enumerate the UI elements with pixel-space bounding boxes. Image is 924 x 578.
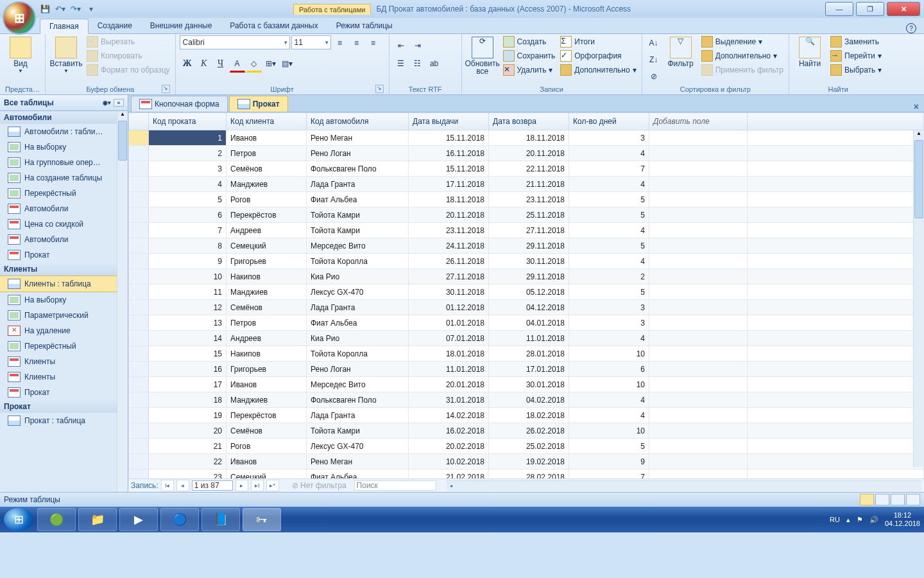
- table-row[interactable]: 5РоговФиат Альбеа18.11.201823.11.20185: [129, 192, 924, 207]
- cell-date[interactable]: 20.02.2018: [409, 439, 489, 454]
- nav-item[interactable]: На выборку: [0, 139, 128, 155]
- nav-item[interactable]: Перекрёстный: [0, 338, 128, 354]
- cell-date[interactable]: 26.02.2018: [489, 423, 569, 439]
- cell-days[interactable]: 4: [569, 331, 649, 346]
- cell-date[interactable]: 30.01.2018: [489, 377, 569, 392]
- cell-car[interactable]: Киа Рио: [307, 269, 409, 285]
- numbering-icon[interactable]: ☷: [410, 56, 425, 71]
- cell-car[interactable]: Лада Гранта: [307, 408, 409, 423]
- table-row[interactable]: 11МанджиевЛексус GX-47030.11.201805.12.2…: [129, 285, 924, 300]
- cell-car[interactable]: Тойота Королла: [307, 346, 409, 362]
- task-word[interactable]: 📘: [201, 508, 240, 531]
- filter-button[interactable]: ▽Фильтр: [664, 35, 697, 69]
- font-size-combo[interactable]: 11: [291, 35, 331, 49]
- nav-item[interactable]: На групповые опер…: [0, 155, 128, 170]
- cell-date[interactable]: 01.01.2018: [409, 315, 489, 331]
- clipboard-dialog-launcher[interactable]: ↘: [162, 85, 170, 93]
- tray-lang[interactable]: RU: [830, 516, 840, 523]
- cell-id[interactable]: 5: [149, 192, 227, 207]
- row-selector[interactable]: [129, 346, 149, 362]
- column-header[interactable]: Код клиента: [227, 113, 307, 130]
- align-right-icon[interactable]: ≡: [366, 35, 381, 51]
- task-torrent[interactable]: 🟢: [37, 508, 76, 531]
- cell-client[interactable]: Семёнов: [227, 300, 307, 315]
- table-row[interactable]: 18МанджиевФольксваген Поло31.01.201804.0…: [129, 392, 924, 408]
- cell-car[interactable]: Тойота Камри: [307, 207, 409, 223]
- table-row[interactable]: 19ПерекрёстовЛада Гранта14.02.201818.02.…: [129, 408, 924, 423]
- row-selector[interactable]: [129, 285, 149, 300]
- cell-id[interactable]: 9: [149, 254, 227, 269]
- cell-date[interactable]: 21.11.2018: [489, 177, 569, 192]
- task-media[interactable]: ▶: [119, 508, 158, 531]
- nav-item[interactable]: На удаление: [0, 323, 128, 338]
- totals-button[interactable]: ΣИтоги: [559, 35, 637, 48]
- cell-days[interactable]: 3: [569, 300, 649, 315]
- cell-date[interactable]: 28.02.2018: [489, 469, 569, 479]
- cell-date[interactable]: 17.11.2018: [409, 177, 489, 192]
- cell-date[interactable]: 31.01.2018: [409, 392, 489, 408]
- cell-client[interactable]: Григорьев: [227, 362, 307, 377]
- cell-days[interactable]: 6: [569, 362, 649, 377]
- cell-client[interactable]: Перекрёстов: [227, 408, 307, 423]
- table-row[interactable]: 13ПетровФиат Альбеа01.01.201804.01.20183: [129, 315, 924, 331]
- menu-tab-4[interactable]: Режим таблицы: [327, 19, 402, 33]
- cell-date[interactable]: 29.11.2018: [489, 238, 569, 254]
- menu-tab-1[interactable]: Создание: [89, 19, 141, 33]
- next-record-button[interactable]: ▸: [235, 480, 248, 491]
- row-selector[interactable]: [129, 454, 149, 469]
- cell-id[interactable]: 22: [149, 454, 227, 469]
- row-selector[interactable]: [129, 269, 149, 285]
- cell-days[interactable]: 4: [569, 254, 649, 269]
- nav-item[interactable]: Клиенты: [0, 369, 128, 385]
- sort-desc-icon[interactable]: Z↓: [646, 52, 662, 67]
- cell-car[interactable]: Лексус GX-470: [307, 285, 409, 300]
- qat-save-icon[interactable]: 💾: [38, 3, 51, 15]
- cell-id[interactable]: 13: [149, 315, 227, 331]
- chart-view-button[interactable]: [891, 494, 905, 505]
- cell-date[interactable]: 17.01.2018: [489, 362, 569, 377]
- qat-undo-icon[interactable]: ↶▾: [54, 3, 67, 15]
- tray-volume-icon[interactable]: 🔊: [869, 516, 878, 524]
- doc-tab-form[interactable]: Кнопочная форма: [131, 96, 228, 112]
- tray-clock[interactable]: 18:1204.12.2018: [885, 511, 920, 528]
- save-record-button[interactable]: Сохранить: [502, 49, 557, 62]
- cell-car[interactable]: Лексус GX-470: [307, 439, 409, 454]
- start-button[interactable]: ⊞: [4, 508, 33, 531]
- table-row[interactable]: 6ПерекрёстовТойота Камри20.11.201825.11.…: [129, 207, 924, 223]
- advanced-filter-button[interactable]: Дополнительно▾: [700, 49, 785, 62]
- cell-car[interactable]: Тойота Королла: [307, 254, 409, 269]
- cell-car[interactable]: Фольксваген Поло: [307, 392, 409, 408]
- cell-date[interactable]: 30.11.2018: [409, 285, 489, 300]
- cell-date[interactable]: 26.11.2018: [409, 254, 489, 269]
- tray-chevron-icon[interactable]: ▴: [846, 516, 850, 524]
- cell-days[interactable]: 3: [569, 315, 649, 331]
- row-selector[interactable]: [129, 130, 149, 146]
- cell-id[interactable]: 11: [149, 285, 227, 300]
- cell-client[interactable]: Перекрёстов: [227, 207, 307, 223]
- highlight-icon[interactable]: ab: [427, 56, 442, 71]
- cell-days[interactable]: 10: [569, 377, 649, 392]
- cell-days[interactable]: 4: [569, 223, 649, 238]
- table-row[interactable]: 1ИвановРено Меган15.11.201818.11.20183: [129, 130, 924, 146]
- copy-button[interactable]: Копировать: [85, 49, 171, 62]
- cell-date[interactable]: 27.11.2018: [409, 269, 489, 285]
- nav-header[interactable]: Все таблицы◉▾ «: [0, 95, 128, 111]
- table-row[interactable]: 8СемецкийМерседес Вито24.11.201829.11.20…: [129, 238, 924, 254]
- row-selector[interactable]: [129, 192, 149, 207]
- menu-tab-3[interactable]: Работа с базами данных: [221, 19, 327, 33]
- nav-item[interactable]: Клиенты : таблица: [0, 276, 128, 292]
- cell-id[interactable]: 7: [149, 223, 227, 238]
- table-row[interactable]: 21РоговЛексус GX-47020.02.201825.02.2018…: [129, 439, 924, 454]
- nav-group-header[interactable]: Автомобили⌃: [0, 111, 128, 124]
- table-row[interactable]: 12СемёновЛада Гранта01.12.201804.12.2018…: [129, 300, 924, 315]
- find-button[interactable]: 🔍Найти: [793, 35, 826, 69]
- align-left-icon[interactable]: ≡: [332, 35, 348, 51]
- cell-days[interactable]: 10: [569, 423, 649, 439]
- nav-item[interactable]: Автомобили : табли…: [0, 124, 128, 139]
- cell-car[interactable]: Фиат Альбеа: [307, 315, 409, 331]
- italic-button[interactable]: К: [196, 56, 212, 71]
- cell-date[interactable]: 15.11.2018: [409, 130, 489, 146]
- cell-days[interactable]: 4: [569, 392, 649, 408]
- row-selector[interactable]: [129, 254, 149, 269]
- increase-indent-icon[interactable]: ⇥: [410, 38, 425, 53]
